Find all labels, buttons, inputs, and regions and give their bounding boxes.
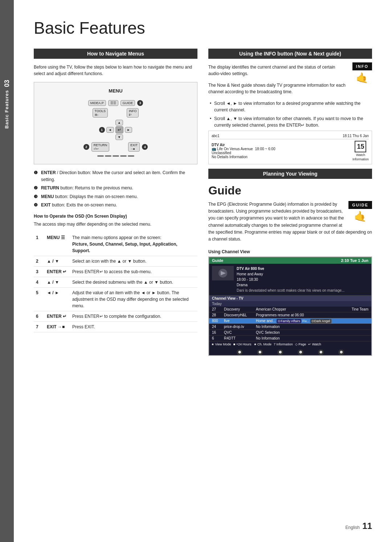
cv-header-left: Guide xyxy=(212,258,223,263)
table-row: 7 EXIT →■ Press EXIT. xyxy=(34,321,197,332)
step-desc-3: Press ENTER↵ to access the sub-menu. xyxy=(70,266,197,277)
badge-4: 4 xyxy=(142,144,148,150)
right-column: Using the INFO button (Now & Next guide)… xyxy=(208,49,372,356)
badge-2: 2 xyxy=(83,144,89,150)
bullet-menu: MENU button: Displays the main on-screen… xyxy=(34,193,197,200)
guide-button-diagram: GUIDE 🤙 xyxy=(348,201,372,222)
side-tab-number: 03 xyxy=(3,80,11,87)
cv-row-6-name: R4DTT xyxy=(224,336,253,340)
info-intro: The display identifies the current chann… xyxy=(208,64,372,77)
cv-numbered-circles: ❶ ❷ ❸ ❹ ❺ ❻ xyxy=(209,349,371,355)
cv-row-800-prog: Home and... ⊙Family Affairs Fiv... ⊙Dark… xyxy=(256,319,368,323)
step-desc-4: Select the desired submenu with the ▲ or… xyxy=(70,277,197,287)
rd-grid-btn: ☰☰ xyxy=(108,100,118,106)
step-icon-7: EXIT →■ xyxy=(45,321,70,332)
hand-icon: 🤙 xyxy=(352,72,372,84)
rd-down-btn: ▼ xyxy=(115,134,123,140)
side-tab-label: Basic Features xyxy=(4,90,10,129)
cv-show-subtitle: Home and Away xyxy=(237,271,344,277)
cv-header-right: 2:10 Tue 1 Jun xyxy=(341,258,368,263)
rd-tools-btn: TOOLS⊞↕ xyxy=(93,108,108,118)
table-row: 2 ▲ / ▼ Select an icon with the ▲ or ▼ b… xyxy=(34,256,197,266)
info-box-no-details: No Details Information xyxy=(212,155,248,159)
cv-show-time: 18:00 - 18:30 xyxy=(237,277,344,282)
cv-row-800-num: 800 xyxy=(212,319,221,323)
guide-title: Guide xyxy=(208,184,372,197)
rd-decorative-lines xyxy=(97,155,134,157)
cv-row-28-name: DiscoveryH&L xyxy=(224,313,253,317)
info-box-channel-name: abc1 xyxy=(212,134,220,138)
cv-row-16-prog: QVC Selection xyxy=(256,330,368,334)
step-num-7: 7 xyxy=(34,321,45,332)
cv-today-label: Today xyxy=(212,302,222,306)
step-icon-3: ENTER ↵ xyxy=(45,266,70,277)
remote-diagram-box: MENU MIDEA.P ☰☰ GUIDE 3 TOOLS⊞↕ xyxy=(34,82,197,164)
scroll-bullet-2: Scroll ▲, ▼ to view information for othe… xyxy=(208,115,372,128)
step-num-3: 3 xyxy=(34,266,45,277)
step-desc-1: The main menu options appear on the scre… xyxy=(70,233,197,256)
channel-view-label: Using Channel View xyxy=(208,249,372,254)
cv-info-panel: DTV Air 800 five Home and Away 18:00 - 1… xyxy=(209,264,371,296)
remote-diagram: MIDEA.P ☰☰ GUIDE 3 TOOLS⊞↕ INFOℹ? xyxy=(38,97,193,160)
channel-view-screen: Guide 2:10 Tue 1 Jun xyxy=(208,256,372,356)
cv-row-27-extra: Tine Team xyxy=(343,307,368,311)
cv-footer-watch: ↵ Watch xyxy=(308,342,321,346)
rd-row-top: MIDEA.P ☰☰ GUIDE 3 xyxy=(88,100,143,106)
rd-exit-btn: EXIT→■ xyxy=(128,142,140,152)
cv-footer: ★ View Mode ■ +24 Hours ★ Ch. Mode 7 Inf… xyxy=(209,341,371,347)
cv-row-6-prog: No Information xyxy=(256,336,368,340)
badge-1: 1 xyxy=(99,127,105,133)
step-num-5: 5 xyxy=(34,287,45,311)
cv-row-800-name: five xyxy=(224,319,253,323)
guide-body-text: The EPG (Electronic Programme Guide) inf… xyxy=(208,201,372,243)
table-row: 5 ◄ / ► Adjust the value of an item with… xyxy=(34,287,197,311)
cv-footer-icons: ★ View Mode ■ +24 Hours ★ Ch. Mode 7 Inf… xyxy=(211,342,321,346)
cv-header: Guide 2:10 Tue 1 Jun xyxy=(209,257,371,264)
cv-list-header-text: Channel View - TV xyxy=(212,296,244,300)
cv-footer-info: 7 Information xyxy=(274,342,293,346)
menu-diagram-title: MENU xyxy=(38,88,193,94)
cv-row-28-extra xyxy=(343,313,368,317)
cv-row-28: 28 DiscoveryH&L Programmes resume at 06:… xyxy=(209,312,371,318)
rd-left-btn: ◄ xyxy=(106,127,114,133)
left-column: How to Navigate Menus Before using the T… xyxy=(34,49,197,356)
rd-row-arrows: 1 ◄ ▲ ↵ ▼ ► xyxy=(99,120,132,140)
cv-badge-2: ❷ xyxy=(257,349,263,355)
step-num-4: 4 xyxy=(34,277,45,287)
rd-up-btn: ▲ xyxy=(115,120,123,126)
step-desc-2: Select an icon with the ▲ or ▼ button. xyxy=(70,256,197,266)
table-row: 6 ENTER ↵ Press ENTER↵ to complete the c… xyxy=(34,311,197,321)
rd-row-return: 2 RETURN⏎↩ EXIT→■ 4 xyxy=(83,142,148,152)
table-row: 1 MENU ☰ The main menu options appear on… xyxy=(34,233,197,256)
cv-row-27-prog: American Chopper xyxy=(256,307,340,311)
cv-show-genre: Drama xyxy=(237,282,344,288)
info-button-label: INFO xyxy=(352,62,372,70)
cv-row-24-num: 24 xyxy=(212,325,221,329)
cv-badge-6: ❻ xyxy=(338,349,344,355)
table-row: 4 ▲ / ▼ Select the desired submenu with … xyxy=(34,277,197,287)
cv-row-16: 16 QVC QVC Selection xyxy=(209,330,371,336)
cv-row-28-num: 28 xyxy=(212,313,221,317)
info-para2: The Now & Next guide shows daily TV prog… xyxy=(208,82,372,95)
rd-right-btn: ► xyxy=(125,127,132,133)
bullet-return: RETURN button: Returns to the previous m… xyxy=(34,185,197,192)
side-tab: 03 Basic Features xyxy=(0,0,14,542)
step-icon-6: ENTER ↵ xyxy=(45,311,70,321)
badge-3: 3 xyxy=(137,100,143,106)
cv-info-text: DTV Air 800 five Home and Away 18:00 - 1… xyxy=(237,266,344,293)
main-content: Basic Features How to Navigate Menus Bef… xyxy=(14,0,392,542)
rd-info-btn: INFOℹ? xyxy=(127,108,139,118)
info-box: abc1 18:11 Thu 6 Jan DTV Air 📺 Life On V… xyxy=(208,131,372,164)
cv-today-bar: Today xyxy=(209,301,371,307)
info-box-watch: Watch xyxy=(356,153,365,157)
cv-row-24: 24 price-drop.tv No Information xyxy=(209,324,371,330)
info-box-time-range: 18:00 ~ 6:00 xyxy=(255,147,275,151)
cv-footer-24h: ■ +24 Hours xyxy=(233,342,252,346)
nav-intro: Before using the TV, follow the steps be… xyxy=(34,64,197,77)
cv-row-27-name: Discovery xyxy=(224,307,253,311)
rd-enter-btn: ↵ xyxy=(115,126,123,134)
osd-title: How to Operate the OSD (On Screen Displa… xyxy=(34,214,197,219)
cv-badge-4: ❹ xyxy=(298,349,303,355)
step-num-2: 2 xyxy=(34,256,45,266)
cv-row-16-num: 16 xyxy=(212,330,221,334)
